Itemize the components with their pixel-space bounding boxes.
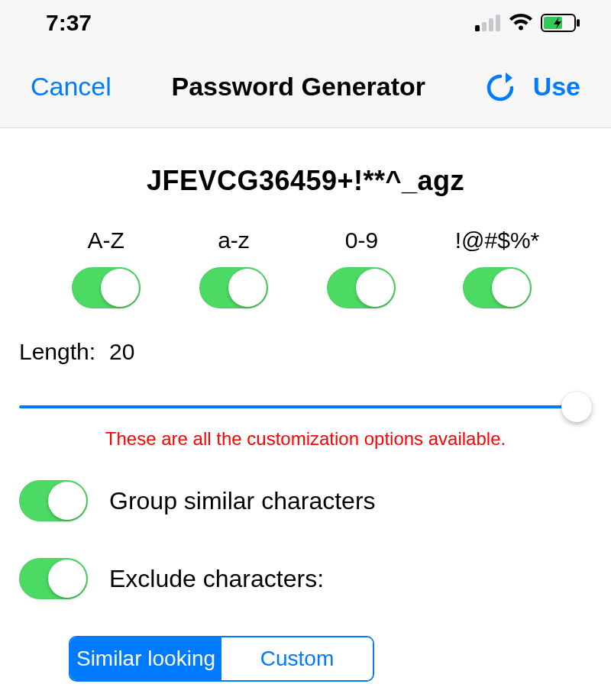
exclude-chars-row: Exclude characters: [19,558,592,599]
segment-similar-looking[interactable]: Similar looking [70,637,221,680]
customization-note: These are all the customization options … [19,428,592,450]
charset-symbols-label: !@#$%* [455,227,540,253]
charset-symbols: !@#$%* [455,227,540,308]
length-value: 20 [109,339,134,365]
refresh-button[interactable] [486,72,515,102]
group-similar-toggle[interactable] [19,480,88,521]
svg-rect-2 [489,18,493,31]
svg-rect-1 [482,22,487,31]
svg-rect-6 [577,19,580,27]
exclude-chars-toggle[interactable] [19,558,88,599]
charset-lowercase-label: a-z [218,227,250,253]
refresh-icon [486,72,515,102]
svg-rect-3 [496,15,500,31]
status-bar: 7:37 [0,0,611,46]
length-slider[interactable] [19,392,592,422]
use-button[interactable]: Use [533,72,580,102]
charset-digits-label: 0-9 [345,227,378,253]
slider-track [19,405,592,408]
cellular-signal-icon [475,15,501,31]
charset-row: A-Z a-z 0-9 !@#$%* [42,227,569,308]
slider-thumb[interactable] [561,392,592,422]
charset-symbols-toggle[interactable] [463,267,532,308]
charset-uppercase: A-Z [72,227,141,308]
status-icons [475,14,580,32]
page-title: Password Generator [112,72,486,102]
charset-lowercase-toggle[interactable] [199,267,268,308]
cancel-button[interactable]: Cancel [31,72,112,102]
content: JFEVCG36459+!**^_agz A-Z a-z 0-9 !@#$%* … [0,128,611,700]
group-similar-label: Group similar characters [109,487,376,515]
charset-digits: 0-9 [327,227,396,308]
group-similar-row: Group similar characters [19,480,592,521]
nav-bar: Cancel Password Generator Use [0,46,611,128]
wifi-icon [509,14,533,32]
charset-digits-toggle[interactable] [327,267,396,308]
charset-uppercase-label: A-Z [88,227,124,253]
charset-lowercase: a-z [199,227,268,308]
exclude-mode-segmented: Similar looking Custom [69,636,374,682]
generated-password: JFEVCG36459+!**^_agz [19,165,592,197]
length-label: Length: [19,339,95,365]
status-time: 7:37 [46,10,92,36]
exclude-chars-label: Exclude characters: [109,565,324,593]
charset-uppercase-toggle[interactable] [72,267,141,308]
svg-rect-0 [475,25,480,31]
length-row: Length: 20 [19,339,592,365]
battery-charging-icon [541,14,580,32]
segment-custom[interactable]: Custom [221,637,373,680]
